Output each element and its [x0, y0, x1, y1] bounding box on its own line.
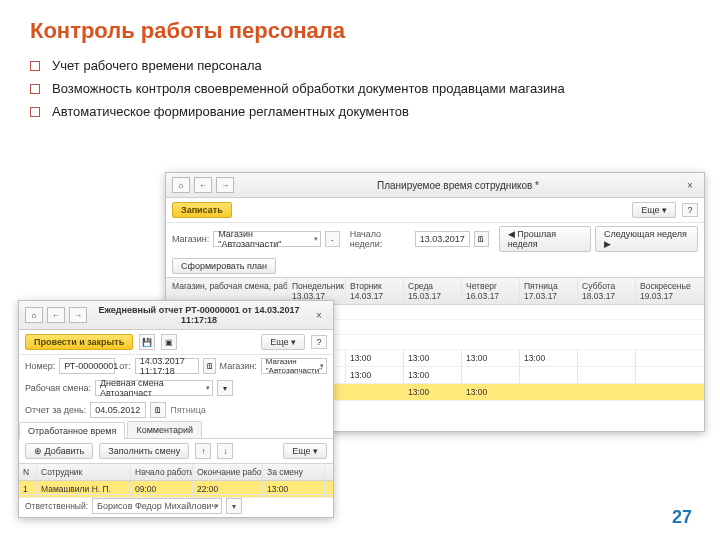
day-row: Отчет за день: 04.05.2012 🗓 Пятница: [19, 399, 333, 421]
fill-shift-button[interactable]: Заполнить смену: [99, 443, 189, 459]
shift-label: Рабочая смена:: [25, 383, 91, 393]
week-label: Начало недели:: [350, 229, 411, 249]
back-button[interactable]: ←: [194, 177, 212, 193]
col-start: Начало работы: [131, 464, 193, 480]
close-button[interactable]: ×: [682, 180, 698, 191]
bullet-text: Учет рабочего времени персонала: [52, 58, 262, 73]
more-button[interactable]: Еще ▾: [632, 202, 676, 218]
store-select[interactable]: Магазин "Автозапчасти"▾: [261, 358, 327, 374]
schedule-cell: [520, 367, 578, 383]
open-button[interactable]: ▾: [226, 498, 242, 514]
plan-row: Сформировать план: [166, 255, 704, 277]
col-n: N: [19, 464, 37, 480]
save-button[interactable]: Записать: [172, 202, 232, 218]
schedule-cell: [462, 367, 520, 383]
schedule-cell: [636, 367, 706, 383]
more-button[interactable]: Еще ▾: [283, 443, 327, 459]
date-picker-button[interactable]: 🗓: [150, 402, 166, 418]
col-emp: Сотрудник: [37, 464, 131, 480]
bullet-box-icon: [30, 84, 40, 94]
schedule-cell: [578, 384, 636, 400]
move-up-button[interactable]: ↑: [195, 443, 211, 459]
bullet-list: Учет рабочего времени персонала Возможно…: [0, 58, 720, 137]
window-report: ⌂ ← → Ежедневный отчет РТ-00000001 от 14…: [18, 300, 334, 518]
move-down-button[interactable]: ↓: [217, 443, 233, 459]
number-label: Номер:: [25, 361, 55, 371]
back-button[interactable]: ←: [47, 307, 65, 323]
page-number: 27: [672, 507, 692, 528]
clear-button[interactable]: -: [325, 231, 340, 247]
col-day: Вторник14.03.17: [346, 278, 404, 304]
forward-button[interactable]: →: [69, 307, 87, 323]
tab-worked-time[interactable]: Отработанное время: [19, 422, 125, 439]
bullet-text: Автоматическое формирование регламентных…: [52, 104, 409, 119]
date-picker-button[interactable]: 🗓: [203, 358, 215, 374]
shift-select[interactable]: Дневная смена Автозапчаст▾: [95, 380, 213, 396]
more-button[interactable]: Еще ▾: [261, 334, 305, 350]
slide-title: Контроль работы персонала: [0, 0, 720, 58]
week-input[interactable]: 13.03.2017: [415, 231, 470, 247]
shift-row: Рабочая смена: Дневная смена Автозапчаст…: [19, 377, 333, 399]
schedule-cell: 13:00: [404, 384, 462, 400]
schedule-cell: [636, 350, 706, 366]
tabs: Отработанное время Комментарий: [19, 421, 333, 439]
prev-week-button[interactable]: ◀ Прошлая неделя: [499, 226, 591, 252]
schedule-cell: 13:00: [346, 367, 404, 383]
window-title: Ежедневный отчет РТ-00000001 от 14.03.20…: [91, 305, 307, 325]
schedule-cell: 13:00: [346, 350, 404, 366]
schedule-cell: 13:00: [404, 367, 462, 383]
col-day: Четверг16.03.17: [462, 278, 520, 304]
bullet-item: Возможность контроля своевременной обраб…: [30, 81, 690, 96]
day-input[interactable]: 04.05.2012: [90, 402, 146, 418]
home-button[interactable]: ⌂: [172, 177, 190, 193]
schedule-cell: [346, 384, 404, 400]
number-input[interactable]: РТ-00000001: [59, 358, 115, 374]
schedule-cell: [636, 384, 706, 400]
number-row: Номер: РТ-00000001 от: 14.03.2017 11:17:…: [19, 355, 333, 377]
schedule-cell: [578, 367, 636, 383]
schedule-cell: 13:00: [462, 350, 520, 366]
schedule-cell: [578, 350, 636, 366]
close-button[interactable]: ×: [311, 310, 327, 321]
col-day: Суббота18.03.17: [578, 278, 636, 304]
home-button[interactable]: ⌂: [25, 307, 43, 323]
next-week-button[interactable]: Следующая неделя ▶: [595, 226, 698, 252]
post-icon-button[interactable]: ▣: [161, 334, 177, 350]
help-button[interactable]: ?: [311, 335, 327, 349]
toolbar: Записать Еще ▾ ?: [166, 198, 704, 223]
col-day: Среда15.03.17: [404, 278, 462, 304]
schedule-cell: 13:00: [462, 384, 520, 400]
help-button[interactable]: ?: [682, 203, 698, 217]
bullet-box-icon: [30, 107, 40, 117]
schedule-cell: 13:00: [404, 350, 462, 366]
store-select[interactable]: Магазин "Автозапчасти"▾: [213, 231, 321, 247]
open-button[interactable]: ▾: [217, 380, 233, 396]
date-picker-button[interactable]: 🗓: [474, 231, 489, 247]
col-dur: За смену: [263, 464, 325, 480]
col-end: Окончание работы: [193, 464, 263, 480]
bullet-item: Автоматическое формирование регламентных…: [30, 104, 690, 119]
window-title: Планируемое время сотрудников *: [238, 180, 678, 191]
bullet-box-icon: [30, 61, 40, 71]
day-label: Отчет за день:: [25, 405, 86, 415]
store-label: Магазин:: [220, 361, 257, 371]
make-plan-button[interactable]: Сформировать план: [172, 258, 276, 274]
tab-comment[interactable]: Комментарий: [127, 421, 202, 438]
col-day: Воскресенье19.03.17: [636, 278, 706, 304]
store-label: Магазин:: [172, 234, 209, 244]
date-input[interactable]: 14.03.2017 11:17:18: [135, 358, 200, 374]
bullet-text: Возможность контроля своевременной обраб…: [52, 81, 565, 96]
weekday-label: Пятница: [170, 405, 206, 415]
schedule-cell: [520, 384, 578, 400]
add-button[interactable]: ⊕ Добавить: [25, 443, 93, 459]
col-day: Пятница17.03.17: [520, 278, 578, 304]
responsible-select[interactable]: Борисов Федор Михайлович▾: [92, 498, 222, 514]
report-table-head: N Сотрудник Начало работы Окончание рабо…: [19, 463, 333, 481]
toolbar: Провести и закрыть 💾 ▣ Еще ▾ ?: [19, 330, 333, 355]
titlebar: ⌂ ← → Ежедневный отчет РТ-00000001 от 14…: [19, 301, 333, 330]
save-icon-button[interactable]: 💾: [139, 334, 155, 350]
responsible-label: Ответственный:: [25, 501, 88, 511]
post-close-button[interactable]: Провести и закрыть: [25, 334, 133, 350]
filter-row: Магазин: Магазин "Автозапчасти"▾ - Начал…: [166, 223, 704, 255]
forward-button[interactable]: →: [216, 177, 234, 193]
